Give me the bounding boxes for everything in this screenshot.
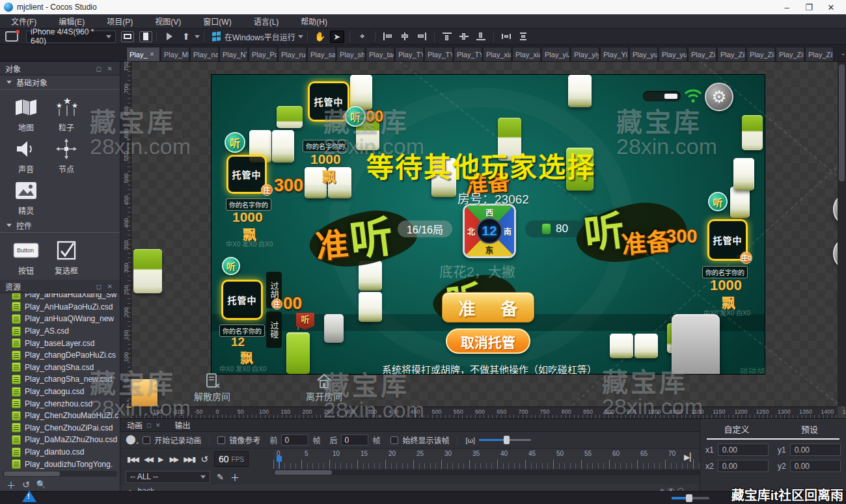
run-target-dropdown-icon[interactable] <box>298 35 303 38</box>
warning-icon[interactable] <box>22 490 36 502</box>
leave-room-button[interactable]: 离开房间 <box>306 373 342 403</box>
document-tab[interactable]: Play_ZiF <box>746 47 775 61</box>
align-middle-vertical-icon[interactable] <box>457 31 471 43</box>
cancel-trustee-button[interactable]: 取消托管 <box>446 328 530 354</box>
play-animation-icon[interactable]: ▶ <box>158 455 163 464</box>
resource-file[interactable]: Play_changSha.csd <box>0 362 120 374</box>
timeline-ruler[interactable]: 0510152025303540455055606570 <box>273 449 700 469</box>
resource-file[interactable]: Play_ChenZhouZiPai.csd <box>0 422 120 434</box>
resource-file[interactable]: Play_diantuo.csd <box>0 446 120 458</box>
add-resource-icon[interactable]: ＋ <box>7 478 16 491</box>
menu-item-6[interactable]: 帮助(H) <box>290 16 338 27</box>
landscape-mode-button[interactable] <box>121 31 134 42</box>
go-to-start-icon[interactable]: ▮◀◀ <box>127 455 138 464</box>
tab-preset[interactable]: 预设 <box>773 423 846 435</box>
tab-overflow-icon[interactable]: ⌄ <box>841 49 846 57</box>
section-header-1[interactable]: 控件 <box>0 219 120 233</box>
document-tab[interactable]: Play_sar <box>307 47 336 61</box>
resource-file[interactable]: Play_baseLayer.csd <box>0 337 120 349</box>
new-project-icon[interactable] <box>5 31 18 42</box>
document-tab[interactable]: Play_xia <box>483 47 512 61</box>
y2-input[interactable]: 0.00 <box>790 460 841 472</box>
y1-input[interactable]: 0.00 <box>790 444 841 456</box>
document-tab[interactable]: Play_shi <box>336 47 365 61</box>
document-tab[interactable]: Play_tac <box>366 47 394 61</box>
refresh-icon[interactable]: ↺ <box>22 479 30 490</box>
search-icon[interactable]: 🔍 <box>36 480 46 489</box>
document-tab[interactable]: Play_TY <box>424 47 453 61</box>
publish-icon[interactable]: ⬆ <box>179 31 193 43</box>
timeline-scrollbar[interactable] <box>273 470 700 475</box>
close-button[interactable]: ✕ <box>820 0 842 14</box>
run-target-selector[interactable]: 在Windows平台运行 <box>225 31 295 42</box>
distribute-vertical-icon[interactable] <box>516 31 530 43</box>
palette-item-节点[interactable]: 节点 <box>48 137 85 174</box>
easing-curve-icon[interactable]: [ω] <box>465 436 475 444</box>
panel-expand-icon[interactable]: ▶▏ <box>684 453 696 462</box>
animation-filter-select[interactable]: -- ALL -- <box>126 471 210 483</box>
document-tab[interactable]: Play_yu <box>629 47 658 61</box>
next-frame-icon[interactable]: ▶▶ <box>169 455 178 464</box>
settings-gear-icon[interactable]: ⚙ <box>705 83 733 111</box>
frames-before-input[interactable]: 0 <box>281 434 308 445</box>
palette-item-地图[interactable]: 地图 <box>8 95 44 133</box>
palette-item-按钮[interactable]: Button按钮 <box>8 238 44 276</box>
add-animation-icon[interactable]: ＋ <box>230 470 239 483</box>
playhead[interactable] <box>277 456 282 462</box>
document-tab[interactable]: Play_yiJ <box>541 47 570 61</box>
tab-animation[interactable]: 动画◻ ✕ <box>120 419 169 431</box>
x1-input[interactable]: 0.00 <box>718 444 769 456</box>
resource-file[interactable]: Play_doudizhuTongYong. <box>0 458 120 470</box>
palette-item-精灵[interactable]: 精灵 <box>8 178 44 216</box>
align-bottom-icon[interactable] <box>474 31 488 43</box>
document-tab[interactable]: Play_YiY <box>600 47 629 61</box>
tab-close-icon[interactable]: × <box>150 51 154 58</box>
ready-button[interactable]: 准 备 <box>442 292 534 323</box>
loop-icon[interactable]: ↺ <box>200 454 208 464</box>
section-header-0[interactable]: 基础对象 <box>0 75 120 90</box>
keyframe-record-icon[interactable]: ⬤+ <box>126 434 139 446</box>
document-tab[interactable]: Play_xia <box>512 47 541 61</box>
always-show-frame-checkbox[interactable] <box>390 436 398 444</box>
resource-file[interactable]: Play_anHuaQiWang_new <box>0 313 120 325</box>
menu-item-3[interactable]: 视图(V) <box>144 16 192 27</box>
frames-after-input[interactable]: 0 <box>341 434 368 445</box>
document-tab[interactable]: Play_yiy <box>571 47 599 61</box>
document-tab[interactable]: Play_ZiF <box>776 47 804 61</box>
canvas-vscrollbar[interactable] <box>838 62 846 406</box>
resource-file[interactable]: Play_anHuaHuaXiang_Sw <box>0 293 120 301</box>
previous-frame-icon[interactable]: ◀◀ <box>144 455 152 464</box>
resource-file[interactable]: Play_chenzhou.csd <box>0 397 120 410</box>
tab-custom[interactable]: 自定义 <box>700 423 773 435</box>
play-button[interactable] <box>162 31 176 43</box>
restore-button[interactable]: ❐ <box>798 0 820 14</box>
palette-item-声音[interactable]: 声音 <box>8 137 44 174</box>
document-tab[interactable]: Play_ZiF <box>805 47 834 61</box>
document-tab[interactable]: Play_NT <box>219 47 248 61</box>
align-center-horizontal-icon[interactable] <box>398 31 412 43</box>
timeline-track-row[interactable]: ▸back ◈ 👁 ⬡ <box>120 484 700 491</box>
resource-file[interactable]: Play_chaogu.csd <box>0 386 120 398</box>
move-anchor-tool-icon[interactable]: ⌖ <box>355 31 370 43</box>
minimize-button[interactable]: – <box>776 0 798 14</box>
hand-tool-icon[interactable]: ✋ <box>313 31 327 43</box>
align-right-icon[interactable] <box>415 31 429 43</box>
resource-file[interactable]: Play_changSha_new.csd <box>0 373 120 386</box>
fps-control[interactable]: 60FPS <box>214 451 249 467</box>
device-selector[interactable]: iPhone 4/4S(960 * 640) <box>26 31 116 43</box>
record-animation-checkbox[interactable] <box>143 436 150 444</box>
document-tab[interactable]: Play_TY <box>395 47 424 61</box>
panel-window-icons[interactable]: ◻ ✕ <box>96 65 115 72</box>
resource-file[interactable]: Play_ChenZhouMaoHuZi.c <box>0 410 120 422</box>
document-tab[interactable]: Play_× <box>126 47 160 61</box>
align-top-icon[interactable] <box>440 31 454 43</box>
panel-window-icons[interactable]: ◻ ✕ <box>96 283 115 290</box>
menu-item-4[interactable]: 窗口(W) <box>192 16 242 27</box>
status-zoom-slider[interactable] <box>672 497 709 499</box>
edit-animation-icon[interactable]: ✎ <box>217 472 224 482</box>
game-canvas[interactable]: ↑ 准 听 准备 听 准备 听 等待其他玩家选择 房号：23062 16/16局… <box>212 75 765 374</box>
document-tab[interactable]: Play_yu <box>659 47 687 61</box>
document-tab[interactable]: Play_ZiF <box>717 47 746 61</box>
document-tab[interactable]: Play_Zi <box>688 47 716 61</box>
palette-item-复选框[interactable]: 复选框 <box>48 238 85 276</box>
